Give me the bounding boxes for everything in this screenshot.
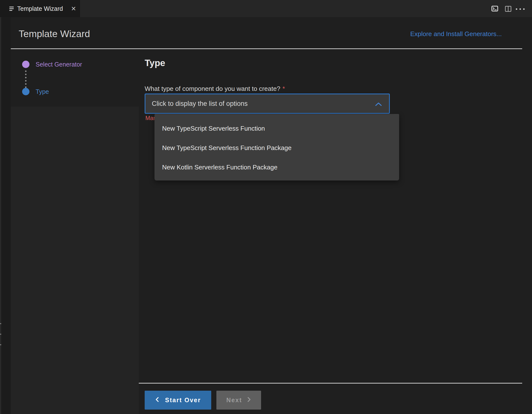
question-text: What type of component do you want to cr…	[145, 85, 280, 92]
required-asterisk: *	[282, 85, 285, 92]
start-over-button[interactable]: Start Over	[145, 391, 211, 410]
option-new-typescript-serverless-function[interactable]: New TypeScript Serverless Function	[154, 119, 399, 138]
section-heading: Type	[145, 58, 165, 68]
page-title: Template Wizard	[19, 28, 90, 39]
component-type-combobox[interactable]: Click to display the list of options	[145, 94, 390, 114]
header-divider	[11, 48, 522, 49]
chevron-left-icon	[155, 397, 159, 404]
step-label-select-generator[interactable]: Select Generator	[36, 61, 82, 68]
start-over-label: Start Over	[165, 397, 201, 404]
question-label: What type of component do you want to cr…	[145, 85, 285, 93]
tab-bar: Template Wizard ✕	[0, 0, 532, 17]
more-actions-icon[interactable]	[516, 8, 525, 10]
step-dot-select-generator[interactable]	[22, 61, 29, 68]
wizard-list-icon	[9, 7, 14, 11]
close-tab-icon[interactable]: ✕	[71, 6, 76, 12]
tab-title: Template Wizard	[17, 5, 63, 12]
split-editor-icon[interactable]	[505, 6, 511, 13]
template-wizard-window: Template Wizard ✕ Template Wizard Explor…	[0, 0, 532, 414]
option-new-kotlin-serverless-function-package[interactable]: New Kotlin Serverless Function Package	[154, 158, 399, 177]
left-edge-strip	[0, 17, 1, 414]
combobox-value: Click to display the list of options	[152, 100, 248, 108]
step-label-type[interactable]: Type	[36, 88, 49, 95]
combobox-options-list: New TypeScript Serverless Function New T…	[154, 114, 399, 180]
terminal-icon[interactable]	[491, 6, 498, 13]
explore-install-generators-link[interactable]: Explore and Install Generators...	[410, 30, 502, 38]
next-button[interactable]: Next	[216, 391, 261, 410]
edge-tick-mark	[0, 344, 1, 345]
edge-tick-mark	[0, 334, 1, 335]
footer-divider	[139, 383, 522, 384]
chevron-up-icon[interactable]	[375, 102, 382, 107]
left-rail	[0, 17, 11, 414]
next-label: Next	[226, 397, 242, 404]
tab-bar-left-gap	[0, 0, 4, 17]
edge-tick-mark	[0, 323, 1, 324]
stepper-panel-background	[11, 107, 139, 414]
chevron-right-icon	[247, 397, 251, 404]
step-connector-dots	[25, 70, 27, 88]
tab-template-wizard[interactable]: Template Wizard ✕	[4, 0, 80, 17]
step-dot-type[interactable]	[22, 88, 29, 95]
option-new-typescript-serverless-function-package[interactable]: New TypeScript Serverless Function Packa…	[154, 138, 399, 158]
